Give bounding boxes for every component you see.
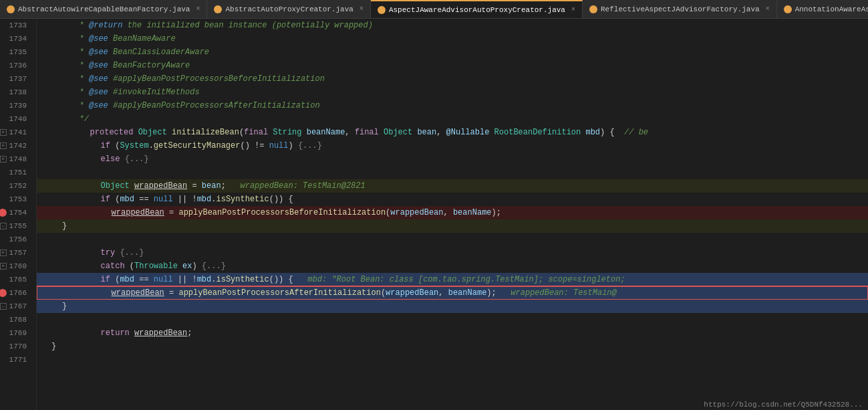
tab-icon-1 (7, 5, 15, 13)
fold-icon-1742[interactable]: + (0, 142, 7, 149)
line-1771 (37, 353, 868, 367)
tab-label-4: ReflectiveAspectJAdvisorFactory.java (601, 5, 760, 13)
line-1738: * @see #invokeInitMethods (37, 86, 868, 99)
line-1766: wrappedBean = applyBeanPostProcessorsAft… (37, 286, 868, 300)
fold-icon-1755[interactable]: - (0, 223, 7, 229)
line-1735: * @see BeanClassLoaderAware (37, 45, 868, 59)
line-1733: * @return the initialized bean instance … (37, 19, 868, 32)
line-1754: wrappedBean = applyBeanPostProcessorsBef… (37, 206, 868, 219)
tab-close-1[interactable]: × (196, 5, 200, 13)
tab-label-5: AnnotationAwareAspectJAutoProxyCreator.j… (795, 5, 868, 13)
line-1736: * @see BeanFactoryAware (37, 59, 868, 72)
tab-aspectj-aware[interactable]: AspectJAwareAdvisorAutoProxyCreator.java… (371, 0, 583, 18)
line-1770: } (37, 340, 868, 353)
line-1737: * @see #applyBeanPostProcessorsBeforeIni… (37, 72, 868, 86)
line-numbers-gutter: 1733 1734 1735 1736 1737 1738 1739 1740 … (0, 19, 37, 410)
line-1748: else {...} (37, 152, 868, 166)
breakpoint-1766[interactable] (0, 289, 7, 297)
tab-close-2[interactable]: × (359, 5, 364, 13)
tab-icon-5 (784, 5, 792, 13)
tab-close-4[interactable]: × (766, 5, 770, 13)
status-url: https://blog.csdn.net/Q5DNf432528... (704, 401, 863, 409)
line-1756 (37, 233, 868, 246)
tab-icon-4 (589, 5, 597, 13)
tab-close-3[interactable]: × (571, 6, 575, 13)
tab-reflective[interactable]: ReflectiveAspectJAdvisorFactory.java × (583, 0, 777, 18)
tab-icon-2 (214, 5, 222, 13)
tab-label-2: AbstractAutoProxyCreator.java (225, 5, 353, 13)
line-1739: * @see #applyBeanPostProcessorsAfterInit… (37, 99, 868, 112)
code-content: * @return the initialized bean instance … (37, 19, 868, 410)
tab-bar: AbstractAutowireCapableBeanFactory.java … (0, 0, 868, 19)
breakpoint-1754[interactable] (0, 209, 7, 217)
line-1734: * @see BeanNameAware (37, 32, 868, 45)
fold-icon-1760[interactable]: + (0, 263, 7, 270)
tab-label-3: AspectJAwareAdvisorAutoProxyCreator.java (389, 6, 565, 14)
tab-abstract-auto[interactable]: AbstractAutoProxyCreator.java × (207, 0, 370, 18)
editor: 1733 1734 1735 1736 1737 1738 1739 1740 … (0, 19, 868, 410)
fold-icon-1748[interactable]: + (0, 156, 7, 163)
tab-label-1: AbstractAutowireCapableBeanFactory.java (18, 5, 190, 13)
line-1767: } (37, 300, 868, 313)
tab-annotation-aware[interactable]: AnnotationAwareAspectJAutoProxyCreator.j… (777, 0, 868, 18)
fold-icon-1767[interactable]: - (0, 303, 7, 310)
fold-icon-1741[interactable]: + (0, 129, 7, 136)
tab-abstract-autowire[interactable]: AbstractAutowireCapableBeanFactory.java … (0, 0, 207, 18)
status-bar: https://blog.csdn.net/Q5DNf432528... (698, 399, 868, 410)
line-1769: return wrappedBean; (37, 326, 868, 340)
fold-icon-1757[interactable]: + (0, 249, 7, 256)
line-1742: if (System.getSecurityManager() != null)… (37, 139, 868, 152)
tab-icon-3 (378, 6, 386, 14)
line-1755: } (37, 219, 868, 233)
